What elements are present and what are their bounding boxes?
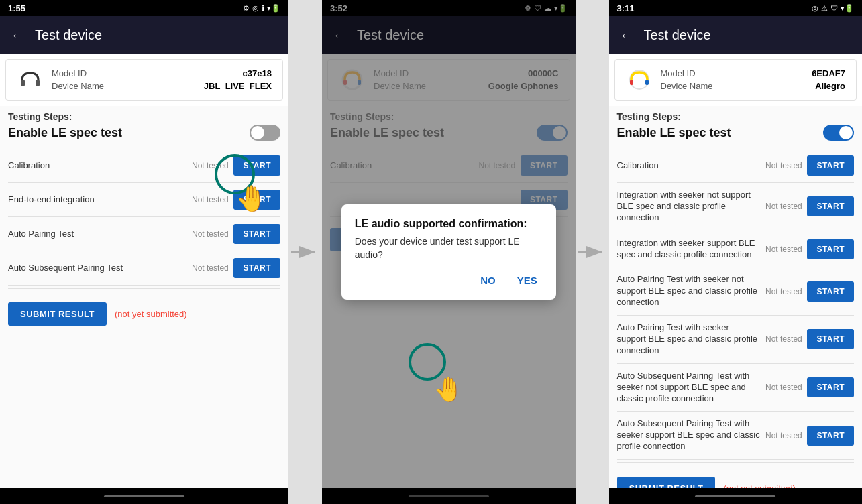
phone3-start-btn-5[interactable]: START [807,377,854,397]
phone3-model-label: Model ID [661,68,696,78]
phone3-test-name-0: Calibration [617,160,761,172]
phone3-test-status-6: Not tested [760,431,807,440]
phone2-dialog-no-btn[interactable]: NO [475,272,501,289]
phone3-test-status-3: Not tested [760,287,807,296]
phone3-start-btn-3[interactable]: START [807,281,854,302]
phone3-not-submitted: (not yet submitted) [723,483,796,488]
phone1-status-bar: 1:55 ⚙ ◎ ℹ ▾🔋 [0,0,288,16]
phone1-test-row-0: Calibration Not tested START [8,149,280,183]
phone1: 1:55 ⚙ ◎ ℹ ▾🔋 ← Test device [0,0,288,504]
phones-wrapper: 1:55 ⚙ ◎ ℹ ▾🔋 ← Test device [0,0,862,504]
phone3: 3:11 ◎ ⚠ 🛡 ▾🔋 ← Test device [609,0,863,504]
phone3-bottom-line [695,495,775,497]
phone3-submit-btn[interactable]: SUBMIT RESULT [617,477,716,488]
phone3-test-row-6: Auto Subsequent Pairing Test with seeker… [617,412,855,460]
phone1-gear-icon: ⚙ [243,4,250,13]
phone3-test-status-2: Not tested [760,245,807,254]
phone3-start-btn-4[interactable]: START [807,329,854,349]
phone1-test-name-2: Auto Pairing Test [8,229,186,240]
phone3-status-bar: 3:11 ◎ ⚠ 🛡 ▾🔋 [609,0,863,16]
phone1-test-status-2: Not tested [186,229,233,239]
phone3-shield-icon: 🛡 [830,4,838,12]
svg-rect-0 [21,80,25,86]
svg-rect-10 [630,80,633,85]
phone3-toggle[interactable] [823,125,854,141]
phone1-time: 1:55 [8,3,25,13]
phone1-name-value: JBL_LIVE_FLEX [204,81,272,91]
phone3-test-name-5: Auto Subsequent Pairing Test with seeker… [617,371,761,405]
phone1-content: Testing Steps: Enable LE spec test Calib… [0,106,288,488]
phone2-dialog-title: LE audio supported confirmation: [355,218,543,230]
phone3-test-row-4: Auto Pairing Test with seeker support BL… [617,316,855,364]
phone3-back-button[interactable]: ← [620,27,633,43]
svg-rect-11 [645,80,649,85]
phone3-test-row-3: Auto Pairing Test with seeker not suppor… [617,267,855,316]
phone1-bottom-bar [0,488,288,504]
phone1-bottom-line [104,495,184,497]
phone3-testing-steps-label: Testing Steps: [617,111,855,122]
phone3-test-row-2: Integration with seeker support BLE spec… [617,231,855,268]
phone2-dialog-yes-btn[interactable]: YES [512,272,543,289]
phone3-start-btn-6[interactable]: START [807,426,854,446]
phone1-device-card: Model ID c37e18 Device Name JBL_LIVE_FLE… [5,59,283,101]
arrow1-container [288,0,322,504]
phone1-toggle[interactable] [250,125,280,141]
phone3-circle-icon: ◎ [812,4,818,13]
phone1-test-row-1: End-to-end integration Not tested START [8,183,280,217]
phone3-name-value: Allegro [815,81,845,91]
phone3-start-btn-1[interactable]: START [807,196,854,216]
phone1-model-value: c37e18 [243,68,272,78]
phone1-name-label: Device Name [52,81,104,91]
phone1-test-row-2: Auto Pairing Test Not tested START [8,217,280,251]
phone1-start-btn-1[interactable]: START [233,190,280,210]
phone1-not-submitted: (not yet submitted) [115,309,187,319]
phone3-name-label: Device Name [661,81,713,91]
phone1-testing-steps-label: Testing Steps: [8,111,280,122]
phone1-device-info: Model ID c37e18 Device Name JBL_LIVE_FLE… [52,67,272,92]
phone3-start-btn-0[interactable]: START [807,155,854,176]
phone1-info-icon: ℹ [262,4,264,13]
phone3-test-name-3: Auto Pairing Test with seeker not suppor… [617,274,761,308]
phone2-dialog-overlay: LE audio supported confirmation: Does yo… [322,0,576,504]
phone2-tap-indicator: 🤚 [409,343,455,397]
phone1-start-btn-2[interactable]: START [233,224,280,244]
phone3-test-name-6: Auto Subsequent Pairing Test with seeker… [617,418,761,452]
phone1-back-button[interactable]: ← [11,27,24,43]
phone1-test-name-3: Auto Subsequent Pairing Test [8,263,186,274]
phone3-test-status-5: Not tested [760,383,807,392]
phone1-model-label: Model ID [52,68,87,78]
phone3-test-name-4: Auto Pairing Test with seeker support BL… [617,322,761,357]
phone1-wifi-icon: ▾🔋 [267,4,280,13]
phone1-test-status-0: Not tested [186,161,233,170]
phone3-test-status-0: Not tested [760,161,807,170]
phone3-test-row-0: Calibration Not tested START [617,149,855,183]
phone1-submit-btn[interactable]: SUBMIT RESULT [8,302,107,326]
phone3-start-btn-2[interactable]: START [807,239,854,259]
phone1-enable-label: Enable LE spec test [8,126,122,140]
svg-rect-1 [36,80,40,86]
phone1-divider [8,288,280,289]
phone3-test-status-4: Not tested [760,334,807,344]
phone3-test-status-1: Not tested [760,202,807,211]
phone3-test-row-5: Auto Subsequent Pairing Test with seeker… [617,364,855,412]
phone3-divider [617,462,855,463]
phone1-test-name-0: Calibration [8,160,186,172]
phone1-app-title: Test device [35,27,102,43]
phone1-submit-row: SUBMIT RESULT (not yet submitted) [8,292,280,336]
phone1-circle-icon: ◎ [252,4,259,13]
phone1-test-row-3: Auto Subsequent Pairing Test Not tested … [8,251,280,286]
phone3-test-name-2: Integration with seeker support BLE spec… [617,238,761,261]
phone1-app-bar: ← Test device [0,16,288,54]
phone3-submit-row: SUBMIT RESULT (not yet submitted) [617,466,855,488]
phone3-device-info: Model ID 6EDAF7 Device Name Allegro [661,67,846,92]
phone1-test-name-1: End-to-end integration [8,194,186,206]
phone1-start-btn-0[interactable]: START [233,155,280,176]
arrow2-container [576,0,609,504]
phone3-status-icons: ◎ ⚠ 🛡 ▾🔋 [812,4,854,13]
phone3-warning-icon: ⚠ [821,4,828,13]
phone1-status-icons: ⚙ ◎ ℹ ▾🔋 [243,4,280,13]
phone1-start-btn-3[interactable]: START [233,258,280,278]
phone3-test-name-1: Integration with seeker not support BLE … [617,190,761,224]
phone1-enable-row: Enable LE spec test [8,125,280,141]
phone2-dialog-buttons: NO YES [355,272,543,289]
